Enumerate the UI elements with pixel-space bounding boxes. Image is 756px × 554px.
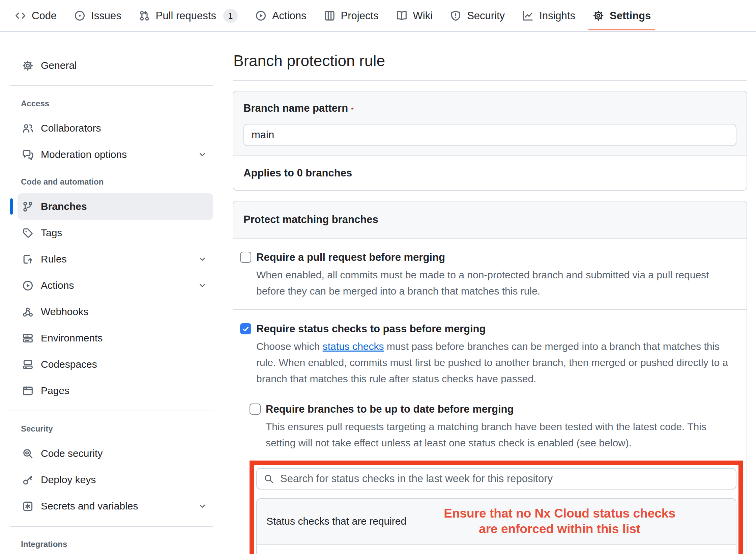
pull-requests-count-badge: 1: [223, 9, 238, 23]
sidebar-item-moderation-options[interactable]: Moderation options: [18, 141, 213, 168]
branch-name-pattern-input[interactable]: [243, 124, 736, 146]
graph-icon: [522, 10, 533, 21]
branch-name-pattern-card: Branch name pattern* Applies to 0 branch…: [233, 91, 747, 191]
shield-icon: [450, 10, 461, 21]
git-branch-icon: [22, 201, 33, 212]
divider: [10, 411, 213, 411]
chevron-down-icon: [198, 254, 207, 264]
status-checks-search: [256, 468, 736, 490]
sidebar-item-branches[interactable]: Branches: [18, 193, 213, 220]
sidebar-section-access: Access: [10, 89, 222, 115]
divider: [10, 526, 213, 527]
branch-name-pattern-label: Branch name pattern: [243, 102, 348, 114]
sidebar-item-label: General: [41, 60, 77, 71]
sidebar-item-secrets-variables[interactable]: Secrets and variables: [18, 493, 213, 519]
codespaces-icon: [22, 359, 33, 370]
annotation-line-2: are enforced within this list: [406, 521, 713, 537]
option-description: When enabled, all commits must be made t…: [256, 267, 738, 299]
option-require-status-checks: Require status checks to pass before mer…: [233, 310, 747, 554]
option-description: This ensures pull requests targeting a m…: [266, 419, 734, 451]
tab-code[interactable]: Code: [10, 0, 62, 31]
gear-icon: [22, 60, 33, 71]
tab-label: Code: [32, 10, 57, 22]
applies-to-branches-text: Applies to 0 branches: [233, 156, 747, 190]
tab-insights[interactable]: Insights: [517, 0, 580, 31]
sidebar-item-environments[interactable]: Environments: [18, 325, 213, 351]
code-icon: [15, 10, 26, 21]
tab-label: Wiki: [413, 10, 433, 22]
divider: [233, 80, 747, 81]
required-status-checks-header: Status checks that are required Ensure t…: [257, 499, 736, 545]
tab-projects[interactable]: Projects: [319, 0, 384, 31]
sidebar-item-label: Code security: [41, 448, 103, 459]
browser-icon: [22, 385, 33, 396]
protect-matching-branches-header: Protect matching branches: [233, 201, 747, 239]
option-title: Require branches to be up to date before…: [266, 403, 514, 416]
sidebar-item-label: Deploy keys: [41, 474, 96, 486]
option-title: Require a pull request before merging: [256, 251, 445, 264]
require-pull-request-checkbox[interactable]: [240, 252, 251, 263]
protect-matching-branches-card: Protect matching branches Require a pull…: [233, 201, 747, 554]
sidebar-item-label: Moderation options: [41, 149, 127, 160]
sidebar-item-label: Webhooks: [41, 306, 88, 317]
server-icon: [22, 333, 33, 344]
tab-label: Pull requests: [156, 10, 216, 22]
tab-label: Security: [467, 10, 505, 22]
key-icon: [22, 474, 33, 486]
require-up-to-date-checkbox[interactable]: [250, 404, 261, 415]
sidebar-item-label: Branches: [41, 201, 87, 212]
divider: [10, 85, 213, 86]
sidebar-item-rules[interactable]: Rules: [18, 246, 213, 272]
sidebar-item-pages[interactable]: Pages: [18, 378, 213, 404]
annotation-highlight-box: Status checks that are required Ensure t…: [250, 461, 743, 554]
option-require-pull-request: Require a pull request before merging Wh…: [233, 239, 747, 310]
sidebar-item-label: Environments: [41, 332, 103, 344]
annotation-text: Ensure that no Nx Cloud status checks ar…: [406, 506, 726, 537]
tab-issues[interactable]: Issues: [69, 0, 126, 31]
webhook-icon: [22, 306, 33, 317]
sidebar-item-label: Rules: [41, 253, 67, 265]
status-check-row: main GitHub Actions: [257, 545, 736, 554]
sidebar-item-label: Collaborators: [41, 122, 101, 134]
tab-label: Insights: [539, 10, 575, 22]
option-require-up-to-date: Require branches to be up to date before…: [250, 403, 743, 451]
search-icon: [264, 474, 274, 484]
secrets-icon: [22, 501, 33, 512]
chevron-down-icon: [198, 281, 207, 290]
rules-icon: [22, 254, 33, 265]
sidebar-item-codespaces[interactable]: Codespaces: [18, 351, 213, 378]
tab-wiki[interactable]: Wiki: [391, 0, 438, 31]
sidebar-item-webhooks[interactable]: Webhooks: [18, 299, 213, 325]
sidebar-item-deploy-keys[interactable]: Deploy keys: [18, 467, 213, 493]
tab-settings[interactable]: Settings: [588, 0, 656, 31]
sidebar-item-label: Pages: [41, 385, 69, 396]
git-pull-request-icon: [139, 10, 150, 21]
code-scan-icon: [22, 448, 33, 459]
sidebar-item-actions[interactable]: Actions: [18, 272, 213, 299]
require-status-checks-checkbox[interactable]: [240, 323, 251, 334]
tab-pull-requests[interactable]: Pull requests 1: [134, 0, 243, 31]
branch-name-pattern-header: Branch name pattern*: [233, 91, 747, 156]
sidebar-item-code-security[interactable]: Code security: [18, 440, 213, 467]
chevron-down-icon: [198, 150, 207, 159]
tab-security[interactable]: Security: [445, 0, 510, 31]
sidebar-item-collaborators[interactable]: Collaborators: [18, 115, 213, 141]
sidebar-item-label: Actions: [41, 280, 74, 291]
annotation-line-1: Ensure that no Nx Cloud status checks: [406, 506, 713, 521]
project-icon: [324, 10, 335, 21]
repo-tab-bar: Code Issues Pull requests 1 Actions Proj…: [0, 0, 756, 32]
tab-label: Actions: [272, 10, 307, 22]
option-description: Choose which status checks must pass bef…: [256, 338, 738, 387]
comment-discussion-icon: [22, 149, 33, 160]
sidebar-item-general[interactable]: General: [18, 52, 213, 79]
play-icon: [255, 10, 266, 21]
required-status-checks-box: Status checks that are required Ensure t…: [256, 498, 736, 554]
description-text: Choose which: [256, 341, 323, 352]
status-checks-search-input[interactable]: [280, 472, 729, 485]
sidebar-item-tags[interactable]: Tags: [18, 220, 213, 246]
tab-actions[interactable]: Actions: [250, 0, 312, 31]
sidebar-section-integrations: Integrations: [10, 530, 222, 554]
status-checks-link[interactable]: status checks: [323, 341, 384, 352]
option-title: Require status checks to pass before mer…: [256, 322, 486, 336]
page-title: Branch protection rule: [233, 52, 747, 70]
